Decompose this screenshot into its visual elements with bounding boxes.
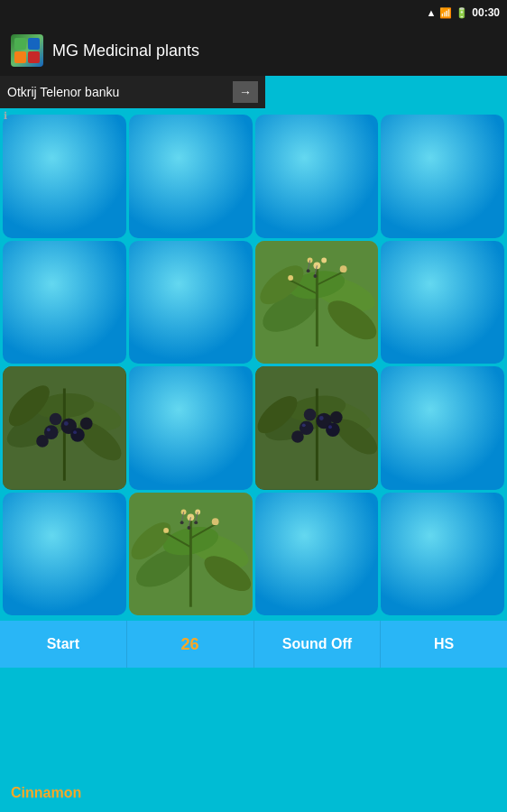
tile-11[interactable] [381, 366, 504, 490]
status-bar: ▲ 📶 🔋 00:30 [0, 0, 507, 25]
svg-rect-2 [14, 51, 26, 63]
start-button[interactable]: Start [0, 621, 127, 668]
svg-point-48 [326, 422, 340, 437]
battery-icon: 🔋 [456, 7, 468, 19]
svg-point-15 [321, 257, 327, 263]
time-display: 00:30 [472, 6, 500, 19]
svg-point-32 [70, 428, 85, 442]
tile-0[interactable] [3, 115, 126, 238]
tile-6-flowers[interactable] [255, 241, 379, 364]
hs-button[interactable]: HS [381, 621, 507, 668]
svg-point-67 [163, 528, 169, 533]
svg-point-37 [73, 430, 77, 434]
tile-9[interactable] [129, 366, 253, 490]
tile-14[interactable] [255, 493, 379, 616]
tile-5[interactable] [129, 241, 253, 364]
tile-15[interactable] [381, 493, 504, 616]
bottom-toolbar: Start 26 Sound Off HS [0, 621, 507, 668]
sound-off-button[interactable]: Sound Off [254, 621, 382, 668]
svg-point-20 [313, 274, 317, 278]
svg-point-51 [301, 423, 305, 427]
app-icon [11, 34, 43, 67]
svg-point-52 [318, 416, 323, 420]
svg-point-13 [313, 262, 320, 269]
plant-name-label: Cinnamon [11, 785, 81, 801]
score-display: 26 [127, 621, 254, 668]
tile-8-berries[interactable] [3, 366, 126, 490]
svg-point-71 [187, 526, 190, 530]
svg-point-35 [47, 428, 51, 431]
svg-point-73 [194, 521, 198, 524]
svg-point-49 [291, 430, 304, 443]
svg-point-50 [330, 411, 343, 424]
signal-icon: ▲ [426, 7, 436, 18]
ad-arrow-button[interactable]: → [233, 81, 258, 103]
tile-2[interactable] [255, 115, 379, 238]
svg-rect-3 [28, 51, 40, 63]
tile-1[interactable] [129, 115, 253, 238]
svg-rect-1 [28, 38, 40, 50]
game-grid [0, 112, 507, 618]
svg-point-36 [64, 421, 69, 426]
svg-rect-0 [14, 38, 26, 50]
tile-12[interactable] [3, 493, 126, 616]
svg-point-66 [212, 518, 219, 525]
ad-banner[interactable]: Otkrij Telenor banku → [0, 76, 265, 108]
svg-point-72 [180, 521, 183, 524]
tile-13-flowers2[interactable] [129, 493, 253, 616]
svg-point-31 [50, 413, 62, 426]
ad-text: Otkrij Telenor banku [7, 85, 119, 99]
tile-3[interactable] [381, 115, 504, 238]
svg-point-16 [339, 265, 346, 272]
svg-point-33 [36, 435, 49, 448]
app-title: MG Medicinal plants [52, 42, 199, 60]
app-header: MG Medicinal plants [0, 25, 507, 76]
bottom-area: Cinnamon [0, 668, 507, 812]
tile-4[interactable] [3, 241, 126, 364]
svg-point-17 [288, 275, 293, 281]
wifi-icon: 📶 [439, 7, 452, 19]
svg-point-34 [80, 418, 93, 430]
svg-point-47 [303, 409, 316, 421]
svg-point-53 [328, 425, 332, 429]
tile-7[interactable] [381, 241, 504, 364]
tile-10-berries2[interactable] [255, 366, 379, 490]
info-icon: ℹ [4, 110, 7, 122]
svg-point-21 [306, 269, 309, 272]
